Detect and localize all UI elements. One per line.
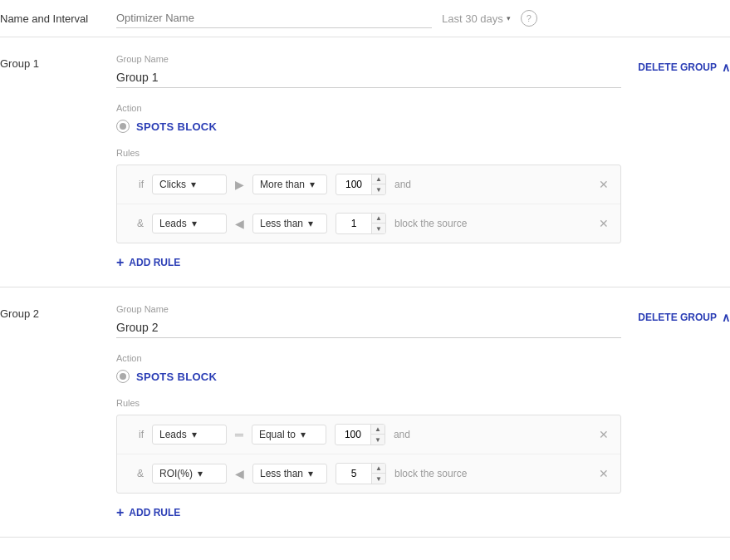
group1-rule2-close[interactable]: ✕ (599, 217, 609, 230)
plus-icon: + (116, 505, 124, 520)
group2-delete-label: DELETE GROUP (638, 312, 717, 323)
group2-content: Group Name Action SPOTS BLOCK Rules if L… (116, 304, 621, 528)
group1-rule1-value-input-wrap: ▲ ▼ (336, 174, 386, 195)
radio-inner (120, 123, 126, 130)
group2-rule1-increment[interactable]: ▲ (371, 425, 385, 435)
group1-rule1-spinner: ▲ ▼ (371, 174, 385, 194)
collapse-icon: ∧ (722, 61, 730, 74)
arrow-left-icon: ◀ (235, 467, 244, 480)
group2-action-text: SPOTS BLOCK (136, 371, 217, 383)
group2-rule2-close[interactable]: ✕ (599, 467, 609, 480)
last-days-selector[interactable]: Last 30 days ▾ (442, 12, 511, 25)
group1-rule2-value-input-wrap: ▲ ▼ (336, 213, 386, 234)
arrow-right-icon: ▶ (235, 178, 244, 191)
arrow-left-icon: ◀ (235, 217, 244, 230)
group2-rule2-field-select[interactable]: ROI(%) ▾ (152, 464, 227, 484)
group1-add-rule-button[interactable]: + ADD RULE (116, 255, 621, 270)
table-row: if Leads ▾ ═ Equal to ▾ ▲ ▼ and (117, 415, 620, 454)
group1-content: Group Name Action SPOTS BLOCK Rules if C… (116, 54, 621, 278)
rule1-prefix: if (129, 429, 144, 440)
group2-rule1-operator-label: Equal to (259, 429, 296, 440)
group2-action-radio[interactable] (116, 370, 130, 383)
group1-rule1-decrement[interactable]: ▼ (372, 184, 385, 194)
group1-section: Group 1 Group Name Action SPOTS BLOCK Ru… (0, 37, 730, 287)
group2-rule2-value-input-wrap: ▲ ▼ (336, 463, 386, 484)
name-interval-row: Name and Interval Last 30 days ▾ ? (0, 0, 730, 37)
name-interval-label: Name and Interval (0, 12, 116, 25)
group1-rule1-increment[interactable]: ▲ (372, 174, 385, 184)
group2-add-rule-button[interactable]: + ADD RULE (116, 505, 621, 520)
chevron-down-icon: ▾ (191, 179, 196, 190)
group1-rule1-close[interactable]: ✕ (599, 178, 609, 191)
group1-rule1-operator-select[interactable]: More than ▾ (252, 174, 327, 194)
group1-rule2-increment[interactable]: ▲ (372, 214, 385, 224)
group2-rule2-increment[interactable]: ▲ (372, 464, 385, 474)
help-icon[interactable]: ? (521, 10, 537, 27)
table-row: & ROI(%) ▾ ◀ Less than ▾ ▲ ▼ bloc (117, 454, 620, 493)
group2-rule2-value-input[interactable] (336, 464, 371, 483)
rule1-prefix: if (129, 179, 144, 190)
group2-rule1-operator-select[interactable]: Equal to ▾ (252, 425, 326, 445)
equals-icon: ═ (235, 428, 243, 441)
group1-rules-label: Rules (116, 148, 621, 158)
group2-rule1-value-input-wrap: ▲ ▼ (335, 424, 385, 445)
group2-rules-container: if Leads ▾ ═ Equal to ▾ ▲ ▼ and (116, 415, 621, 494)
group1-rule2-result: block the source (394, 218, 587, 229)
group1-rule2-value-input[interactable] (336, 214, 371, 233)
plus-icon: + (116, 255, 124, 270)
group2-right-actions: DELETE GROUP ∧ (621, 304, 730, 528)
group1-rule2-operator-select[interactable]: Less than ▾ (252, 214, 327, 233)
group1-action-text: SPOTS BLOCK (136, 120, 217, 133)
group2-rule1-field-select[interactable]: Leads ▾ (152, 425, 227, 445)
group1-rule2-spinner: ▲ ▼ (371, 214, 385, 233)
rule2-prefix: & (129, 218, 144, 229)
chevron-down-icon: ▾ (507, 14, 511, 22)
group1-rule1-field-label: Clicks (159, 179, 186, 190)
group2-name-input[interactable] (116, 317, 621, 338)
group1-delete-button[interactable]: DELETE GROUP ∧ (621, 57, 730, 74)
group1-action-label: Action (116, 103, 621, 113)
group1-rule2-decrement[interactable]: ▼ (372, 224, 385, 233)
group2-action-row: SPOTS BLOCK (116, 370, 621, 383)
group2-rule2-operator-label: Less than (260, 468, 303, 479)
group1-rule2-field-select[interactable]: Leads ▾ (152, 214, 227, 233)
group2-action-label: Action (116, 353, 621, 363)
chevron-down-icon: ▾ (192, 218, 197, 229)
group1-label: Group 1 (0, 54, 116, 278)
group1-name-field-label: Group Name (116, 54, 621, 64)
group2-rule1-decrement[interactable]: ▼ (371, 435, 385, 445)
group2-rule1-close[interactable]: ✕ (599, 428, 609, 441)
group1-rule1-value-input[interactable] (336, 175, 371, 194)
last-days-label: Last 30 days (442, 12, 503, 25)
group1-rule2-field-label: Leads (159, 218, 187, 229)
group2-delete-button[interactable]: DELETE GROUP ∧ (621, 307, 730, 324)
group1-name-input[interactable] (116, 67, 621, 88)
chevron-down-icon: ▾ (192, 429, 197, 440)
group2-label: Group 2 (0, 304, 116, 528)
group2-rule2-field-label: ROI(%) (159, 468, 193, 479)
table-row: if Clicks ▾ ▶ More than ▾ ▲ ▼ and (117, 165, 620, 204)
chevron-down-icon: ▾ (308, 218, 313, 229)
group2-name-field-label: Group Name (116, 304, 621, 314)
group1-action-radio[interactable] (116, 120, 130, 133)
group2-rule2-spinner: ▲ ▼ (371, 464, 385, 484)
name-interval-content: Last 30 days ▾ ? (116, 8, 730, 28)
group2-rule1-result: and (394, 429, 587, 440)
optimizer-name-input[interactable] (116, 8, 432, 28)
group2-rule1-value-input[interactable] (336, 425, 370, 444)
group1-rules-container: if Clicks ▾ ▶ More than ▾ ▲ ▼ and (116, 165, 621, 243)
group1-rule2-operator-label: Less than (260, 218, 303, 229)
group2-rule2-operator-select[interactable]: Less than ▾ (252, 464, 327, 484)
group2-rules-label: Rules (116, 398, 621, 408)
group2-rule2-decrement[interactable]: ▼ (372, 474, 385, 484)
group2-section: Group 2 Group Name Action SPOTS BLOCK Ru… (0, 287, 730, 538)
chevron-down-icon: ▾ (308, 468, 313, 479)
radio-inner (120, 373, 126, 380)
group1-rule1-operator-label: More than (260, 179, 305, 190)
group2-rule2-result: block the source (394, 468, 587, 479)
chevron-down-icon: ▾ (301, 429, 306, 440)
group1-rule1-field-select[interactable]: Clicks ▾ (152, 174, 227, 194)
group2-add-rule-label: ADD RULE (129, 507, 180, 518)
group1-add-rule-label: ADD RULE (129, 257, 180, 268)
rule2-prefix: & (129, 468, 144, 479)
